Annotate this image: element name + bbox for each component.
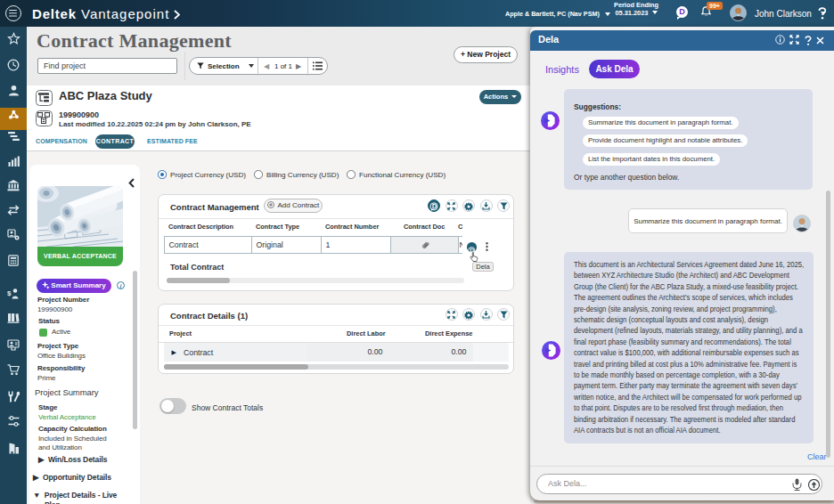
svg-text:$: $ [7, 289, 12, 297]
